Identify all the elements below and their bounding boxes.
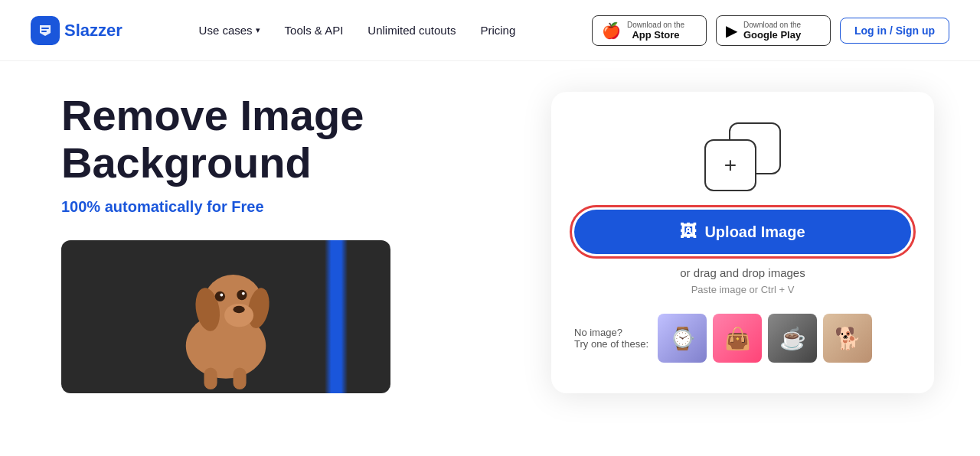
sample-label: No image? Try one of these: <box>574 327 648 350</box>
svg-point-9 <box>220 294 223 297</box>
sample-images-section: No image? Try one of these: ⌚ 👜 ☕ 🐕 <box>574 314 911 363</box>
hero-free-highlight: Free <box>231 198 263 215</box>
sample-image-list: ⌚ 👜 ☕ 🐕 <box>658 314 872 363</box>
google-play-top: Download on the <box>743 21 801 29</box>
nav-unlimited-cutouts[interactable]: Unlimited cutouts <box>368 24 456 37</box>
svg-point-8 <box>215 292 225 301</box>
paste-hint-text: Paste image or Ctrl + V <box>574 284 911 295</box>
sample-dog-thumb[interactable]: 🐕 <box>823 314 872 363</box>
svg-rect-12 <box>204 368 217 390</box>
drag-drop-text: or drag and drop images <box>574 266 911 279</box>
svg-rect-13 <box>234 368 247 390</box>
logo-icon <box>31 16 60 45</box>
sample-bag-thumb[interactable]: 👜 <box>713 314 762 363</box>
hero-section: Remove Image Background 100% automatical… <box>61 92 505 393</box>
svg-point-11 <box>242 292 245 295</box>
apple-icon: 🍎 <box>602 21 621 40</box>
dog-illustration <box>157 244 295 389</box>
svg-point-7 <box>234 306 245 314</box>
app-store-button[interactable]: 🍎 Download on the App Store <box>592 15 707 46</box>
hero-title: Remove Image Background <box>61 92 505 186</box>
chevron-down-icon: ▾ <box>256 25 260 35</box>
nav-pricing[interactable]: Pricing <box>480 24 515 37</box>
plus-icon: + <box>724 153 737 178</box>
svg-point-10 <box>237 290 247 300</box>
logo-text: Slazzer <box>64 21 122 41</box>
hero-demo-image <box>61 240 390 393</box>
app-store-bottom: App Store <box>627 29 684 41</box>
image-upload-icon: 🖼 <box>680 222 697 242</box>
sample-watch-thumb[interactable]: ⌚ <box>658 314 707 363</box>
upload-image-button[interactable]: 🖼 Upload Image <box>574 210 911 254</box>
nav-tools-api[interactable]: Tools & API <box>285 24 344 37</box>
google-play-button[interactable]: ▶ Download on the Google Play <box>716 15 831 46</box>
upload-panel: + 🖼 Upload Image or drag and drop images… <box>551 92 934 393</box>
hero-subtitle: 100% automatically for Free <box>61 198 505 216</box>
google-play-icon: ▶ <box>726 21 737 40</box>
sample-coffee-thumb[interactable]: ☕ <box>768 314 817 363</box>
login-signup-button[interactable]: Log in / Sign up <box>840 18 949 44</box>
svg-rect-0 <box>41 28 49 29</box>
upload-card: + 🖼 Upload Image or drag and drop images… <box>551 92 934 393</box>
google-play-bottom: Google Play <box>743 29 801 41</box>
nav-use-cases[interactable]: Use cases ▾ <box>199 24 260 37</box>
image-front-icon: + <box>704 139 756 191</box>
upload-icon-stack: + <box>704 122 781 191</box>
logo[interactable]: Slazzer <box>31 16 122 45</box>
app-store-top: Download on the <box>627 21 684 29</box>
svg-rect-1 <box>41 31 47 32</box>
main-nav: Use cases ▾ Tools & API Unlimited cutout… <box>199 24 516 37</box>
header-actions: 🍎 Download on the App Store ▶ Download o… <box>592 15 949 46</box>
